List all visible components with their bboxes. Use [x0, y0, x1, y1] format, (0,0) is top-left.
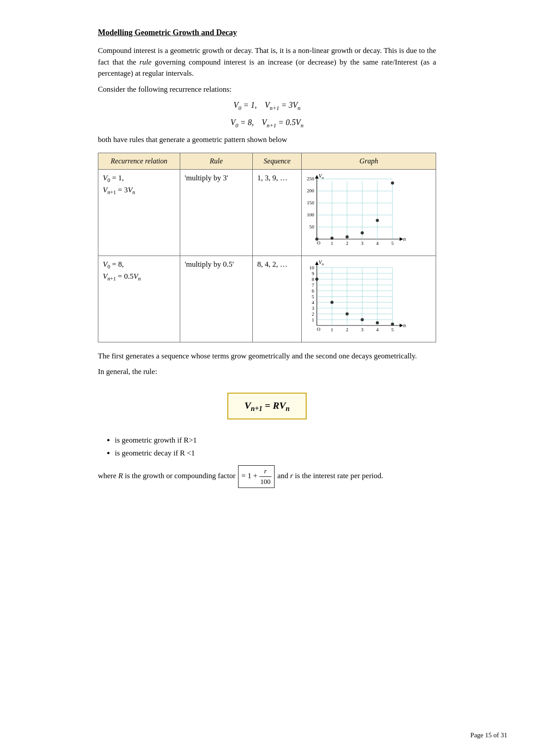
point-5 — [391, 322, 394, 325]
bullet-list: is geometric growth if R>1 is geometric … — [115, 435, 436, 459]
svg-marker-30 — [315, 261, 319, 265]
svg-text:6: 6 — [312, 288, 315, 293]
point-3 — [361, 231, 364, 234]
svg-text:100: 100 — [307, 212, 315, 217]
point-5 — [391, 181, 394, 184]
point-2 — [346, 312, 349, 315]
svg-text:5: 5 — [312, 294, 315, 299]
svg-text:7: 7 — [312, 282, 315, 288]
graph-2-svg: 1 2 3 4 5 6 7 8 9 10 1 2 3 4 5 — [304, 258, 407, 340]
table-row-2: V0 = 8, Vn+1 = 0.5Vn 'multiply by 0.5' 8… — [98, 256, 436, 342]
svg-text:250: 250 — [307, 176, 315, 181]
point-4 — [376, 219, 379, 222]
sequence-cell-2: 8, 4, 2, … — [253, 256, 302, 342]
bullet-item-2: is geometric decay if R <1 — [115, 447, 436, 459]
svg-text:2: 2 — [312, 311, 315, 317]
rule-cell-2: 'multiply by 0.5' — [180, 256, 252, 342]
svg-text:2: 2 — [346, 240, 349, 246]
equation-2: V0 = 8, Vn+1 = 0.5Vn — [98, 117, 436, 130]
col-header-relation: Recurrence relation — [98, 153, 180, 169]
svg-marker-2 — [315, 175, 319, 179]
graph-1-svg: 50 100 150 200 250 1 2 3 4 5 V n n O — [304, 171, 407, 254]
rule-cell-1: 'multiply by 3' — [180, 169, 252, 256]
graph-cell-2: 1 2 3 4 5 6 7 8 9 10 1 2 3 4 5 — [302, 256, 436, 342]
col-header-sequence: Sequence — [253, 153, 302, 169]
svg-text:n: n — [322, 175, 324, 180]
point-1 — [331, 236, 334, 240]
bullet-item-1: is geometric growth if R>1 — [115, 435, 436, 446]
svg-text:O: O — [317, 326, 320, 332]
sequence-cell-1: 1, 3, 9, … — [253, 169, 302, 256]
svg-text:3: 3 — [361, 240, 364, 246]
svg-text:2: 2 — [346, 327, 349, 332]
paragraph-1: Compound interest is a geometric growth … — [98, 45, 436, 79]
svg-text:1: 1 — [331, 240, 334, 246]
paragraph-5: In general, the rule: — [98, 366, 436, 378]
svg-text:n: n — [403, 236, 406, 242]
point-0 — [316, 237, 319, 240]
svg-text:n: n — [403, 322, 406, 329]
point-2 — [346, 235, 349, 238]
svg-text:4: 4 — [376, 327, 379, 332]
paragraph-2: Consider the following recurrence relati… — [98, 84, 436, 95]
relation-cell-1: V0 = 1, Vn+1 = 3Vn — [98, 169, 180, 256]
svg-text:5: 5 — [392, 240, 394, 246]
svg-text:4: 4 — [376, 240, 379, 246]
point-1 — [331, 301, 334, 304]
col-header-graph: Graph — [302, 153, 436, 169]
svg-text:5: 5 — [392, 327, 394, 332]
svg-text:1: 1 — [312, 317, 315, 322]
page-title: Modelling Geometric Growth and Decay — [98, 27, 436, 39]
svg-text:O: O — [317, 240, 320, 245]
recurrence-table: Recurrence relation Rule Sequence Graph … — [98, 153, 436, 342]
svg-marker-3 — [400, 237, 403, 241]
graph-cell-1: 50 100 150 200 250 1 2 3 4 5 V n n O — [302, 169, 436, 256]
point-4 — [376, 321, 379, 324]
formula-center: Vn+1 = RVn — [98, 385, 436, 427]
paragraph-6: where R is the growth or compounding fac… — [98, 465, 436, 488]
svg-text:3: 3 — [312, 305, 315, 311]
table-row-1: V0 = 1, Vn+1 = 3Vn 'multiply by 3' 1, 3,… — [98, 169, 436, 256]
equation-1: V0 = 1, Vn+1 = 3Vn — [98, 99, 436, 112]
svg-marker-31 — [400, 324, 403, 327]
svg-text:150: 150 — [307, 200, 315, 205]
paragraph-4: The first generates a sequence whose ter… — [98, 350, 436, 362]
paragraph-3: both have rules that generate a geometri… — [98, 134, 436, 146]
svg-text:4: 4 — [312, 300, 315, 305]
svg-text:8: 8 — [312, 276, 315, 282]
svg-text:9: 9 — [312, 271, 315, 276]
svg-text:200: 200 — [307, 188, 315, 193]
svg-text:1: 1 — [331, 327, 334, 332]
relation-cell-2: V0 = 8, Vn+1 = 0.5Vn — [98, 256, 180, 342]
svg-text:50: 50 — [309, 224, 315, 229]
formula-box: Vn+1 = RVn — [227, 393, 307, 419]
svg-text:3: 3 — [361, 327, 364, 332]
svg-text:10: 10 — [309, 265, 315, 270]
col-header-rule: Rule — [180, 153, 252, 169]
svg-text:n: n — [322, 262, 324, 266]
point-0 — [316, 277, 319, 280]
point-3 — [361, 318, 364, 321]
